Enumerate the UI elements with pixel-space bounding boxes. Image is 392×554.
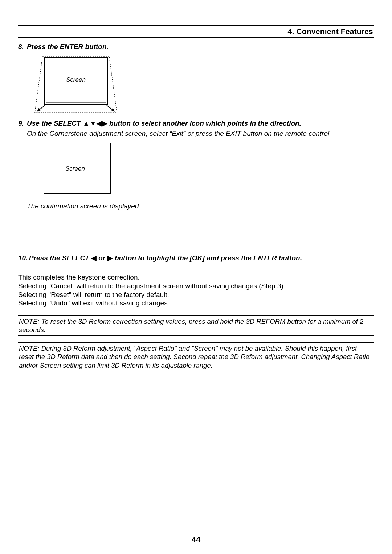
step-10-suffix: button to highlight the [OK] and press t… (113, 254, 302, 262)
step-10-prefix: Press the SELECT (29, 254, 91, 262)
note-2: NOTE: During 3D Reform adjustment, "Aspe… (18, 342, 374, 371)
step-10-number: 10. (18, 254, 29, 262)
body-line-2: Selecting “Cancel” will return to the ad… (18, 282, 374, 290)
step-9-number: 9. (18, 119, 27, 127)
left-arrow-icon: ◀ (91, 254, 97, 262)
trapezoid-svg (34, 56, 118, 114)
svg-marker-6 (111, 108, 115, 111)
body-line-4: Selecting "Undo" will exit without savin… (18, 299, 374, 307)
note-1: NOTE: To reset the 3D Reform correction … (18, 315, 374, 336)
body-line-1: This completes the keystone correction. (18, 273, 374, 282)
page-content: 4. Convenient Features 8.Press the ENTER… (18, 25, 374, 371)
figure-trapezoid: Screen (34, 56, 118, 114)
step-9-suffix: button to select another icon which poin… (107, 119, 301, 127)
step-9-confirm: The confirmation screen is displayed. (27, 202, 374, 210)
right-arrow-icon: ▶ (107, 254, 113, 262)
figure-rectangle: Screen (44, 143, 111, 194)
body-line-3: Selecting "Reset" will return to the fac… (18, 290, 374, 299)
svg-marker-0 (35, 57, 117, 113)
step-8-heading: 8.Press the ENTER button. (18, 43, 374, 51)
step-8-number: 8. (18, 43, 27, 51)
figure-rectangle-inner-line (45, 191, 109, 191)
step-9-prefix: Use the SELECT (27, 119, 83, 127)
figure-screen-label-2: Screen (65, 165, 85, 172)
step-10-heading: 10.Press the SELECT ◀ or ▶ button to hig… (18, 254, 374, 262)
page-number: 44 (0, 535, 392, 545)
figure-screen-label: Screen (66, 76, 86, 83)
step-9-line2: On the Cornerstone adjustment screen, se… (27, 130, 374, 138)
step-10-mid: or (97, 254, 107, 262)
section-header: 4. Convenient Features (18, 25, 374, 38)
step-9-heading: 9.Use the SELECT ▲▼◀▶ button to select a… (18, 119, 374, 127)
select-arrows-icon: ▲▼◀▶ (83, 119, 107, 127)
step-8-text: Press the ENTER button. (27, 43, 109, 50)
svg-marker-4 (37, 108, 41, 111)
body-paragraph: This completes the keystone correction. … (18, 273, 374, 307)
